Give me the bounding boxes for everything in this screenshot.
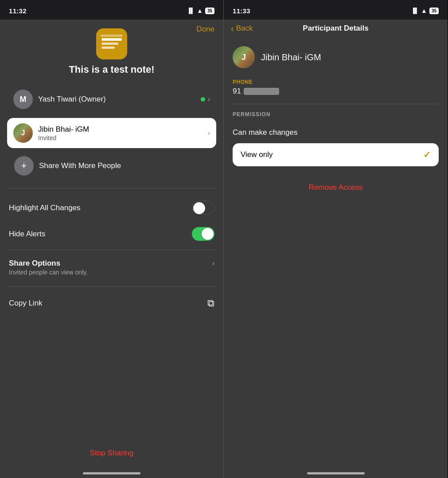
pd-phone-section: Phone 91 <box>233 79 439 96</box>
online-indicator <box>201 97 205 102</box>
share-options-row[interactable]: Share Options › Invited people can view … <box>0 253 223 282</box>
owner-name: Yash Tiwari (Owner) <box>38 95 201 104</box>
right-home-indicator <box>307 472 365 474</box>
notes-app-icon <box>96 28 127 59</box>
done-button[interactable]: Done <box>196 25 214 34</box>
view-only-label: View only <box>241 150 273 159</box>
share-more-row[interactable]: + Share With More People <box>7 152 216 180</box>
hide-alerts-label: Hide Alerts <box>9 230 45 239</box>
pd-divider <box>233 104 439 104</box>
battery-badge: 35 <box>205 8 214 14</box>
right-signal-icon: ▐▌ <box>411 8 419 14</box>
phone-section-label: Phone <box>233 79 439 85</box>
phone-value: 91 <box>233 87 439 96</box>
pd-permission-section: PERMISSION Can make changes View only ✓ <box>233 111 439 166</box>
nav-title: Participant Details <box>303 24 368 33</box>
share-more-text: Share With More People <box>39 161 121 170</box>
back-chevron-icon: ‹ <box>231 24 234 34</box>
left-status-bar: 11:32 ▐▌ ▲ 35 <box>0 0 223 20</box>
pd-profile-row: J Jibin Bhai- iGM <box>233 46 439 68</box>
participant-list: M Yash Tiwari (Owner) › J Jibin Bhai- iG… <box>0 84 223 148</box>
home-indicator <box>83 472 140 474</box>
jibin-avatar: J <box>13 123 33 143</box>
right-status-bar: 11:33 ▐▌ ▲ 35 <box>224 0 448 20</box>
left-content: Done This is a test note! M Yash Tiwari … <box>0 20 223 478</box>
right-battery-badge: 35 <box>429 8 439 14</box>
share-options-chevron-icon: › <box>212 259 214 267</box>
svg-rect-4 <box>101 35 123 37</box>
phone-blurred <box>244 88 279 95</box>
nav-bar: ‹ Back Participant Details <box>224 20 448 37</box>
toggle-thumb-2 <box>202 228 214 240</box>
remove-access-button[interactable]: Remove Access <box>233 174 439 201</box>
owner-avatar: M <box>13 90 33 109</box>
back-button[interactable]: ‹ Back <box>231 24 253 34</box>
owner-row[interactable]: M Yash Tiwari (Owner) › <box>7 84 216 114</box>
jibin-chevron-icon: › <box>208 129 210 137</box>
back-button-label: Back <box>236 24 253 33</box>
divider-1 <box>7 188 216 188</box>
note-icon-container <box>0 20 223 64</box>
hide-alerts-toggle[interactable] <box>192 227 214 241</box>
signal-icon: ▐▌ <box>187 8 195 14</box>
can-make-changes-option[interactable]: Can make changes <box>233 122 439 143</box>
right-phone-screen: 11:33 ▐▌ ▲ 35 ‹ Back Participant Details… <box>224 0 448 478</box>
wifi-icon: ▲ <box>197 7 203 14</box>
pd-participant-name: Jibin Bhai- iGM <box>261 52 321 63</box>
jibin-info: Jibin Bhai- iGM Invited <box>38 125 208 141</box>
right-content: ‹ Back Participant Details J Jibin Bhai-… <box>224 20 448 478</box>
owner-right-icons: › <box>201 95 210 103</box>
share-options-label: Share Options <box>9 259 60 268</box>
copy-link-label: Copy Link <box>9 299 43 308</box>
highlight-changes-toggle[interactable] <box>192 201 214 215</box>
share-options-top: Share Options › <box>9 259 214 268</box>
highlight-changes-row: Highlight All Changes <box>0 195 223 221</box>
jibin-name: Jibin Bhai- iGM <box>38 125 208 134</box>
left-phone-screen: 11:32 ▐▌ ▲ 35 Done This is a test note! <box>0 0 224 478</box>
divider-3 <box>7 286 216 287</box>
share-options-subtitle: Invited people can view only. <box>9 269 214 276</box>
right-status-icons: ▐▌ ▲ 35 <box>411 7 439 14</box>
permission-section-label: PERMISSION <box>233 111 439 118</box>
copy-link-icon: ⧉ <box>207 298 214 309</box>
highlight-changes-label: Highlight All Changes <box>9 204 81 212</box>
hide-alerts-row: Hide Alerts <box>0 221 223 247</box>
pd-avatar: J <box>233 46 255 68</box>
left-status-time: 11:32 <box>9 7 27 15</box>
svg-rect-3 <box>101 47 115 49</box>
checkmark-icon: ✓ <box>423 149 431 160</box>
right-status-time: 11:33 <box>233 7 250 15</box>
owner-info: Yash Tiwari (Owner) <box>38 95 201 104</box>
right-wifi-icon: ▲ <box>421 7 427 14</box>
svg-rect-2 <box>101 43 118 45</box>
view-only-option[interactable]: View only ✓ <box>233 143 439 166</box>
svg-rect-1 <box>101 38 122 41</box>
can-make-changes-label: Can make changes <box>233 128 297 137</box>
toggle-thumb <box>193 202 205 214</box>
jibin-status: Invited <box>38 134 208 141</box>
owner-chevron-icon: › <box>208 95 210 103</box>
note-title: This is a test note! <box>0 64 223 75</box>
stop-sharing-button[interactable]: Stop Sharing <box>0 442 223 465</box>
copy-link-row[interactable]: Copy Link ⧉ <box>0 291 223 315</box>
jibin-row[interactable]: J Jibin Bhai- iGM Invited › <box>7 118 216 148</box>
plus-circle-icon: + <box>14 156 34 176</box>
divider-2 <box>7 250 216 250</box>
left-status-icons: ▐▌ ▲ 35 <box>187 7 214 14</box>
pd-content: J Jibin Bhai- iGM Phone 91 PERMISSION Ca… <box>224 37 448 210</box>
